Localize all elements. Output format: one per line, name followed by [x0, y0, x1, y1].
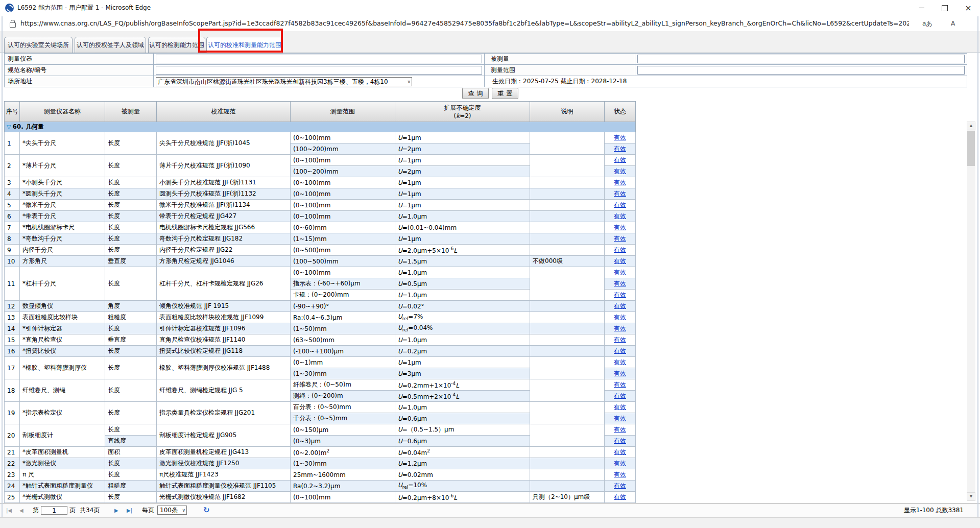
cell-status: 有效 [605, 177, 636, 188]
status-link-valid[interactable]: 有效 [614, 415, 626, 422]
cell-status: 有效 [605, 391, 636, 402]
address-bar[interactable]: https://www.cnas.org.cn/LAS_FQ/publish/o… [0, 16, 980, 32]
status-link-valid[interactable]: 有效 [614, 134, 626, 141]
status-link-valid[interactable]: 有效 [614, 246, 626, 253]
status-link-valid[interactable]: 有效 [614, 336, 626, 343]
cell-name: *扭簧比较仪 [20, 346, 105, 357]
status-link-valid[interactable]: 有效 [614, 314, 626, 321]
status-link-valid[interactable]: 有效 [614, 167, 626, 175]
status-link-valid[interactable]: 有效 [614, 201, 626, 208]
cell-uncertainty: U=1.0μm [395, 267, 530, 278]
cell-range: (100~200)mm [291, 166, 395, 177]
status-link-valid[interactable]: 有效 [614, 493, 626, 500]
col-header-measurand: 被测量 [105, 102, 157, 122]
status-link-valid[interactable]: 有效 [614, 403, 626, 411]
status-link-valid[interactable]: 有效 [614, 212, 626, 220]
measurand-input[interactable] [637, 55, 965, 63]
url-text[interactable]: https://www.cnas.org.cn/LAS_FQ/publish/o… [20, 16, 909, 31]
status-link-valid[interactable]: 有效 [614, 291, 626, 298]
cell-spec: 圆测头千分尺校准规范 JJF(浙)1132 [157, 188, 291, 200]
status-link-valid[interactable]: 有效 [614, 437, 626, 444]
tab-signatories[interactable]: 认可的授权签字人及领域 [75, 37, 146, 53]
cell-spec: π尺校准规范 JJF1423 [157, 469, 291, 481]
cell-uncertainty: U=0.04m2 [395, 447, 530, 458]
status-link-valid[interactable]: 有效 [614, 471, 626, 478]
status-link-valid[interactable]: 有效 [614, 448, 626, 455]
status-link-valid[interactable]: 有效 [614, 426, 626, 433]
reset-button[interactable]: 重置 [492, 88, 518, 99]
status-link-valid[interactable]: 有效 [614, 257, 626, 265]
cell-uncertainty: Urel=10% [395, 481, 530, 492]
cell-name: *激光测径仪 [20, 458, 105, 469]
translate-icon[interactable]: aあ [922, 16, 933, 31]
per-page-value: 100条 [160, 507, 178, 514]
status-link-valid[interactable]: 有效 [614, 460, 626, 467]
close-button[interactable]: × [957, 0, 980, 16]
scrollbar-thumb[interactable] [967, 131, 975, 166]
last-page-icon[interactable]: ▶| [127, 503, 132, 517]
cell-spec: 纤维卷尺、测绳检定规程 JJG 5 [157, 379, 291, 402]
status-link-valid[interactable]: 有效 [614, 269, 626, 276]
cnas-favicon-icon [5, 4, 14, 12]
status-link-valid[interactable]: 有效 [614, 280, 626, 287]
status-link-valid[interactable]: 有效 [614, 190, 626, 197]
cell-range: (1~30)mm [291, 368, 395, 379]
next-page-icon[interactable]: ▶ [114, 503, 118, 517]
table-row: 25*光栅式测微仪长度光栅式测微仪校准规范 JJF1682(0~100)mmU=… [5, 492, 636, 503]
prev-page-icon[interactable]: ◀ [19, 503, 23, 517]
cell-no: 7 [5, 222, 20, 233]
cell-range: (0~60)mm [291, 222, 395, 233]
maximize-button[interactable] [933, 0, 957, 16]
status-link-valid[interactable]: 有效 [614, 347, 626, 354]
per-page-label: 每页 [142, 503, 154, 517]
cell-name: *奇数沟千分尺 [20, 233, 105, 245]
first-page-icon[interactable]: |◀ [6, 503, 12, 517]
cell-spec: 指示类量具检定仪检定规程 JJG201 [157, 402, 291, 424]
status-link-valid[interactable]: 有效 [614, 325, 626, 332]
status-link-valid[interactable]: 有效 [614, 156, 626, 163]
refresh-icon[interactable]: ↻ [203, 503, 210, 517]
query-button[interactable]: 查询 [462, 88, 489, 99]
address-select[interactable]: 广东省深圳市南山区桃源街道珠光社区珠光路珠光创新科技园3栋三楼、五楼，4栋10 … [156, 77, 412, 86]
grid-scrollbar[interactable]: ▲ ▼ [967, 122, 975, 501]
instrument-label: 测量仪器 [5, 54, 154, 65]
scroll-up-icon[interactable]: ▲ [967, 122, 975, 130]
cell-status: 有效 [605, 278, 636, 290]
read-aloud-icon[interactable]: A [951, 16, 955, 31]
cell-status: 有效 [605, 424, 636, 436]
scroll-down-icon[interactable]: ▼ [967, 492, 975, 501]
cell-uncertainty: U=0.02° [395, 301, 530, 312]
status-link-valid[interactable]: 有效 [614, 145, 626, 152]
tab-key-locations[interactable]: 认可的实验室关键场所 [4, 37, 73, 53]
cell-range: (0~100)mm [291, 188, 395, 200]
tab-testing-scope[interactable]: 认可的检测能力范围 [148, 37, 205, 53]
status-link-valid[interactable]: 有效 [614, 381, 626, 388]
status-link-valid[interactable]: 有效 [614, 482, 626, 489]
cell-spec: 电机线圈游标卡尺检定规程 JJG566 [157, 222, 291, 233]
cell-status: 有效 [605, 233, 636, 245]
page-number-input[interactable] [41, 506, 67, 515]
status-link-valid[interactable]: 有效 [614, 302, 626, 309]
status-link-valid[interactable]: 有效 [614, 224, 626, 231]
cell-uncertainty: U=0.5mm+2×10-4L [395, 391, 530, 402]
status-link-valid[interactable]: 有效 [614, 370, 626, 377]
result-summary: 显示1-100 总数3381 [904, 503, 964, 517]
cell-range: (0~3)μm [291, 436, 395, 447]
minimize-button[interactable] [910, 0, 933, 16]
status-link-valid[interactable]: 有效 [614, 179, 626, 186]
spec-input[interactable] [156, 66, 482, 75]
cell-measurand: 直线度 [105, 436, 157, 447]
cell-range: (0~500)mm [291, 245, 395, 256]
per-page-select[interactable]: 100条 ∨ [157, 506, 187, 515]
cell-range: 千分表：(0~5)mm [291, 413, 395, 424]
group-row[interactable]: ▽60. 几何量 [5, 122, 636, 132]
instrument-input[interactable] [156, 55, 482, 63]
cell-status: 有效 [605, 312, 636, 323]
status-link-valid[interactable]: 有效 [614, 358, 626, 366]
status-link-valid[interactable]: 有效 [614, 235, 626, 242]
cell-name: 刮板细度计 [20, 424, 105, 447]
range-input[interactable] [637, 66, 965, 75]
cell-status: 有效 [605, 379, 636, 391]
status-link-valid[interactable]: 有效 [614, 392, 626, 399]
cell-status: 有效 [605, 200, 636, 211]
